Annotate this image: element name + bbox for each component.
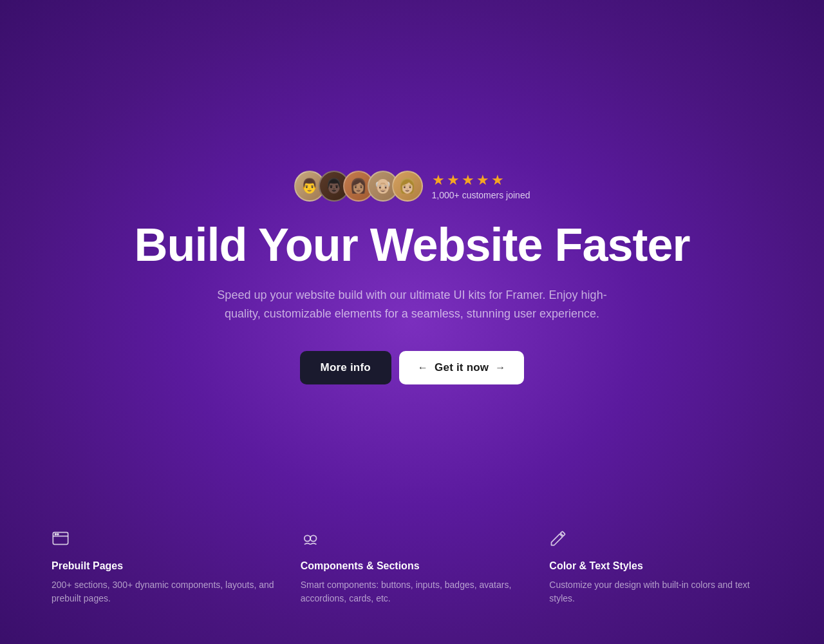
arrow-right-icon: → (495, 362, 505, 374)
browser-icon (52, 529, 275, 551)
star-1: ★ (432, 172, 445, 189)
hero-title: Build Your Website Faster (134, 220, 689, 270)
star-4: ★ (476, 172, 489, 189)
svg-point-2 (55, 534, 56, 535)
star-5: ★ (491, 172, 504, 189)
components-icon (301, 529, 524, 551)
more-info-button[interactable]: More info (300, 351, 391, 384)
feature-1-desc: 200+ sections, 300+ dynamic components, … (52, 578, 275, 605)
avatar-group: 👨 👨🏿 👩🏽 👴🏼 👩🏼 (294, 171, 423, 202)
feature-prebuilt-pages: Prebuilt Pages 200+ sections, 300+ dynam… (52, 529, 275, 605)
feature-2-title: Components & Sections (301, 560, 524, 572)
feature-3-desc: Customize your design with built-in colo… (549, 578, 772, 605)
svg-point-4 (304, 535, 310, 541)
hero-subtitle: Speed up your website build with our ult… (206, 286, 618, 323)
feature-2-desc: Smart components: buttons, inputs, badge… (301, 578, 524, 605)
customers-count: 1,000+ customers joined (432, 190, 530, 200)
feature-components: Components & Sections Smart components: … (301, 529, 524, 605)
star-3: ★ (462, 172, 474, 189)
hero-section: 👨 👨🏿 👩🏽 👴🏼 👩🏼 ★ ★ ★ ★ ★ 1, (122, 0, 702, 529)
star-2: ★ (447, 172, 460, 189)
avatar: 👩🏼 (392, 171, 423, 202)
cta-buttons: More info ← Get it now → (300, 351, 525, 384)
feature-3-title: Color & Text Styles (549, 560, 772, 572)
rating-info: ★ ★ ★ ★ ★ 1,000+ customers joined (432, 172, 530, 200)
social-proof: 👨 👨🏿 👩🏽 👴🏼 👩🏼 ★ ★ ★ ★ ★ 1, (294, 171, 530, 202)
get-it-now-button[interactable]: ← Get it now → (399, 351, 525, 384)
get-it-now-label: Get it now (435, 361, 489, 374)
svg-point-5 (310, 535, 316, 541)
star-rating: ★ ★ ★ ★ ★ (432, 172, 504, 189)
features-section: Prebuilt Pages 200+ sections, 300+ dynam… (0, 529, 824, 644)
feature-1-title: Prebuilt Pages (52, 560, 275, 572)
paint-icon (549, 529, 772, 551)
svg-point-3 (57, 534, 59, 535)
arrow-left-icon: ← (418, 362, 428, 374)
feature-color-text: Color & Text Styles Customize your desig… (549, 529, 772, 605)
